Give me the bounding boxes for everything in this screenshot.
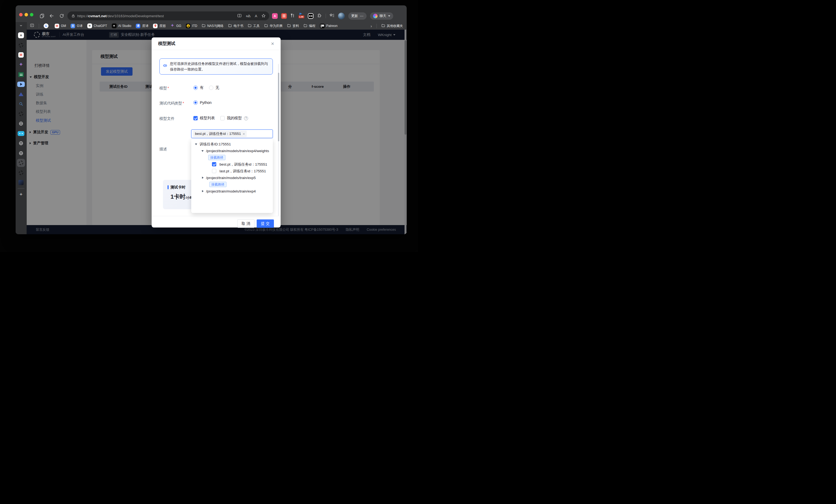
- tree-file-last-pt[interactable]: last.pt，训练任务id：175551: [191, 168, 273, 174]
- collapse-sidebar-icon[interactable]: [19, 24, 23, 27]
- tree-path-exp4-weights[interactable]: /project/train/models/train/exp4/weights…: [191, 148, 273, 161]
- flag-extension-icon[interactable]: 1.00: [299, 13, 304, 19]
- cancel-button[interactable]: 取 消: [237, 219, 254, 228]
- profile-avatar[interactable]: [338, 13, 345, 19]
- translate-page-icon[interactable]: aあ: [246, 14, 251, 18]
- model-file-select-input[interactable]: best.pt，训练任务id：175551 ×: [191, 130, 273, 138]
- tab-cvmart2-icon[interactable]: [19, 112, 23, 116]
- extensions-puzzle-icon[interactable]: [317, 13, 322, 19]
- bookmark-patreon[interactable]: Patreon: [320, 24, 338, 28]
- tab-chatgpt-icon[interactable]: ✳: [18, 32, 24, 38]
- split-screen-icon[interactable]: [237, 13, 242, 19]
- reload-icon[interactable]: [58, 13, 65, 19]
- utensils-extension-icon[interactable]: [290, 13, 295, 19]
- tab-video-icon[interactable]: [17, 82, 25, 87]
- tab-cvmart-active-icon[interactable]: [17, 159, 25, 167]
- tab-globe2-icon[interactable]: [19, 141, 24, 146]
- window-zoom-button[interactable]: [30, 13, 33, 16]
- favorite-star-icon[interactable]: [261, 14, 266, 19]
- tab-search-icon[interactable]: [19, 101, 23, 106]
- mount-path-badge: 挂载路径: [209, 182, 227, 187]
- new-tab-plus-icon[interactable]: +: [19, 191, 22, 197]
- folder-icon: [228, 24, 232, 28]
- url-text: https://cvmart.net/dev/10163/modelDevelo…: [77, 14, 164, 18]
- model-test-modal: 模型测试 × 您可选择历史训练任务的模型文件进行测试，模型会被挂载到与保存路径一…: [152, 37, 281, 228]
- caret-right-icon[interactable]: [202, 190, 204, 192]
- tab-bilibili-icon[interactable]: [18, 131, 24, 136]
- tab-cvmart-icon[interactable]: [19, 43, 23, 47]
- reading-list-icon[interactable]: [30, 23, 34, 28]
- help-icon[interactable]: ?: [244, 116, 248, 120]
- window-close-button[interactable]: [19, 13, 23, 16]
- copilot-chat-button[interactable]: 聊天: [370, 13, 393, 20]
- bookmark-folder-ebooks[interactable]: 电子书: [228, 24, 243, 28]
- tab-cvmart3-icon[interactable]: [19, 171, 23, 175]
- tab-sheet-icon[interactable]: [18, 72, 24, 77]
- radio-no[interactable]: [209, 85, 213, 90]
- translate-extension-icon[interactable]: A: [272, 13, 278, 19]
- tab-gmail-icon[interactable]: M: [18, 52, 24, 58]
- caret-down-icon[interactable]: [202, 150, 204, 152]
- modal-scrollbar-thumb[interactable]: [278, 73, 279, 141]
- bookmark-folder-tools[interactable]: 工具: [248, 24, 260, 28]
- folder-icon: [287, 24, 291, 28]
- notes-extension-icon[interactable]: [281, 13, 287, 19]
- read-aloud-icon[interactable]: A: [255, 14, 257, 18]
- address-bar[interactable]: https://cvmart.net/dev/10163/modelDevelo…: [67, 11, 269, 20]
- update-browser-button[interactable]: 更新⋯: [348, 13, 366, 20]
- alert-text: 您可选择历史训练任务的模型文件进行测试，模型会被挂载到与保存路径一致的位置。: [170, 62, 268, 71]
- selected-model-tag: best.pt，训练任务id：175551 ×: [193, 131, 247, 137]
- tab-stacks-icon[interactable]: [39, 13, 45, 19]
- tree-task-node[interactable]: 训练任务ID:175551: [191, 141, 273, 148]
- bookmark-folder-nas[interactable]: NAS与网络: [202, 24, 224, 28]
- tab-gemini-icon[interactable]: [19, 62, 24, 67]
- bookmark-gemini[interactable]: GG: [170, 23, 181, 28]
- modal-header: 模型测试 ×: [152, 37, 281, 50]
- speaker-icon: [163, 63, 168, 70]
- checkbox-my-models[interactable]: [220, 116, 225, 120]
- bookmark-baidu-map[interactable]: 度图: [153, 24, 166, 28]
- mount-path-badge: 挂载路径: [208, 155, 225, 160]
- tab-blog-icon[interactable]: [19, 180, 24, 185]
- goggles-extension-icon[interactable]: [308, 13, 314, 19]
- tree-file-best-pt[interactable]: best.pt，训练任务id：175551: [191, 161, 273, 168]
- bookmark-gmail[interactable]: MGM: [55, 24, 66, 28]
- bookmark-baidu-translate[interactable]: 译度译: [136, 24, 148, 28]
- bookmark-google[interactable]: G: [44, 23, 50, 28]
- back-icon[interactable]: [48, 13, 55, 19]
- bookmark-itd[interactable]: ITD: [186, 24, 197, 28]
- bookmark-gtranslate[interactable]: 文G译: [71, 24, 82, 28]
- tab-globe-icon[interactable]: [19, 121, 24, 126]
- lock-icon: [71, 14, 75, 18]
- baidu-translate-icon: 译: [136, 24, 140, 28]
- tree-path-exp4[interactable]: /project/train/models/train/exp4: [191, 188, 273, 195]
- checkbox-best-pt-checked[interactable]: [212, 162, 216, 167]
- bookmark-chatgpt[interactable]: ✳ChatGPT: [87, 23, 107, 28]
- bookmark-folder-huawei[interactable]: 华为昇腾: [264, 24, 283, 28]
- radio-python-checked[interactable]: [193, 100, 198, 105]
- tree-path-exp5[interactable]: /project/train/models/train/exp5 挂载路径: [191, 174, 273, 188]
- card-title: 测试卡时: [170, 185, 186, 190]
- close-icon[interactable]: ×: [271, 41, 274, 46]
- submit-button[interactable]: 提 交: [257, 219, 274, 228]
- tab-globe3-icon[interactable]: [19, 151, 24, 156]
- folder-icon: [381, 24, 385, 28]
- bookmark-folder-coding[interactable]: 编程: [304, 24, 316, 28]
- tag-remove-icon[interactable]: ×: [243, 132, 245, 136]
- card-value: 1卡时/小时: [170, 193, 193, 201]
- checkbox-last-pt[interactable]: [212, 169, 216, 173]
- bookmark-folder-materials[interactable]: 资料: [287, 24, 299, 28]
- window-minimize-button[interactable]: [24, 13, 28, 16]
- bookmark-folder-other[interactable]: 其他收藏夹: [381, 24, 403, 28]
- caret-right-icon[interactable]: [202, 177, 204, 179]
- caret-down-icon[interactable]: [195, 143, 197, 145]
- screen: https://cvmart.net/dev/10163/modelDevelo…: [0, 0, 418, 252]
- bookmarks-bar: G MGM 文G译 ✳ChatGPT AI Studio 译度译 度图 GG I…: [27, 22, 407, 30]
- bookmarks-overflow-icon[interactable]: ›: [370, 24, 372, 28]
- favorites-bar-icon[interactable]: [329, 13, 335, 19]
- tab-knot-icon[interactable]: [19, 92, 23, 96]
- gmail-icon: M: [55, 24, 59, 28]
- radio-yes-checked[interactable]: [193, 85, 198, 90]
- checkbox-model-list-checked[interactable]: [193, 116, 198, 120]
- bookmark-ai-studio[interactable]: AI Studio: [112, 23, 131, 28]
